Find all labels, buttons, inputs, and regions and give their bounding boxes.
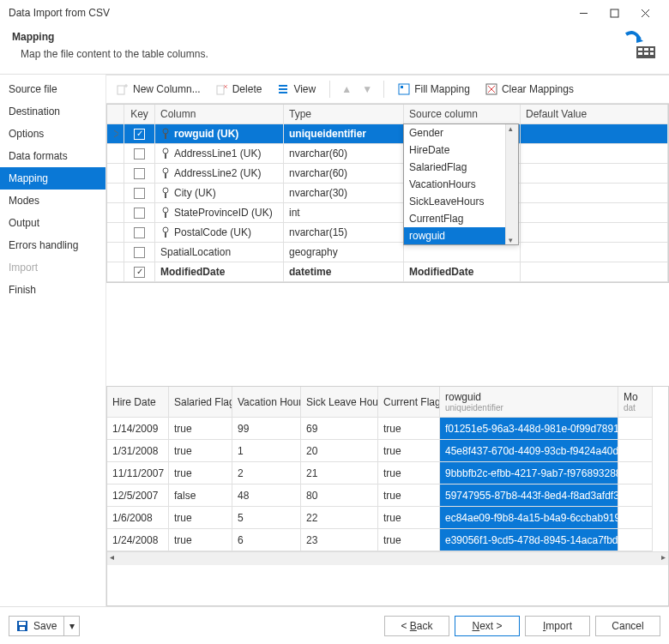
step-title: Mapping	[12, 31, 623, 43]
next-button[interactable]: Next >	[455, 616, 520, 636]
svg-point-31	[163, 188, 168, 193]
svg-point-25	[163, 129, 168, 134]
svg-rect-8	[638, 52, 642, 55]
move-up-button[interactable]: ▲	[339, 81, 354, 97]
dropdown-scrollbar[interactable]	[505, 124, 518, 244]
sidebar-item-finish[interactable]: Finish	[0, 279, 105, 301]
window-title: Data Import from CSV	[9, 7, 568, 19]
step-description: Map the file content to the table column…	[21, 48, 623, 60]
svg-rect-5	[638, 48, 642, 51]
key-checkbox[interactable]	[134, 247, 145, 258]
preview-row[interactable]: 1/14/2009true9969truef01251e5-96a3-448d-…	[107, 418, 668, 440]
mapping-row[interactable]: City (UK)nvarchar(30)	[107, 184, 668, 203]
preview-horizontal-scrollbar[interactable]	[107, 551, 668, 565]
sidebar-item-data-formats[interactable]: Data formats	[0, 145, 105, 167]
svg-rect-11	[118, 86, 124, 94]
mapping-row[interactable]: ModifiedDatedatetimeModifiedDate	[107, 262, 668, 282]
svg-rect-9	[644, 52, 648, 55]
svg-rect-32	[165, 193, 166, 198]
mapping-row[interactable]: StateProvinceID (UK)int	[107, 203, 668, 223]
key-checkbox[interactable]	[134, 148, 145, 159]
svg-point-33	[163, 208, 168, 213]
svg-rect-14	[217, 86, 224, 94]
mapping-row[interactable]: AddressLine1 (UK)nvarchar(60)	[107, 144, 668, 164]
sidebar-item-output[interactable]: Output	[0, 212, 105, 234]
svg-rect-36	[165, 232, 166, 238]
key-checkbox[interactable]	[134, 267, 145, 278]
footer: Save ▾ < Back Next > Import Cancel	[0, 606, 669, 644]
back-button[interactable]: < Back	[384, 616, 449, 636]
sidebar-item-mapping[interactable]: Mapping	[0, 167, 105, 190]
preview-row[interactable]: 1/24/2008true623truee39056f1-9cd5-478d-8…	[107, 529, 668, 551]
preview-row[interactable]: 12/5/2007false4880true59747955-87b8-443f…	[107, 485, 668, 507]
dropdown-option[interactable]: VacationHours	[404, 176, 518, 193]
svg-rect-7	[650, 48, 654, 51]
sidebar-item-options[interactable]: Options	[0, 123, 105, 145]
dropdown-option[interactable]: SickLeaveHours	[404, 193, 518, 210]
svg-rect-34	[165, 213, 166, 218]
view-button[interactable]: View	[272, 81, 321, 98]
preview-row[interactable]: 1/6/2008true522trueec84ae09-f9b8-4a15-b4…	[107, 507, 668, 529]
svg-rect-6	[644, 48, 648, 51]
svg-rect-10	[650, 52, 654, 55]
dropdown-option[interactable]: Gender	[404, 124, 518, 141]
mapping-row[interactable]: SpatialLocationgeography	[107, 243, 668, 262]
svg-rect-20	[399, 84, 409, 94]
new-column-button[interactable]: New Column...	[112, 81, 206, 98]
svg-rect-30	[165, 173, 166, 178]
wizard-steps-sidebar: Source fileDestinationOptionsData format…	[0, 75, 106, 606]
toolbar: New Column... Delete View ▲ ▼ Fill Mappi…	[106, 75, 669, 104]
fill-mapping-button[interactable]: Fill Mapping	[393, 81, 475, 98]
source-column-dropdown[interactable]: GenderHireDateSalariedFlagVacationHoursS…	[403, 123, 519, 245]
dropdown-option[interactable]: rowguid	[404, 227, 518, 244]
svg-point-27	[163, 148, 168, 153]
preview-table[interactable]: Hire DateSalaried FlagVacation HoursSick…	[106, 386, 669, 606]
svg-rect-21	[401, 86, 403, 88]
svg-rect-39	[20, 627, 25, 630]
wizard-header: Mapping Map the file content to the tabl…	[0, 26, 669, 75]
sidebar-item-import: Import	[0, 256, 105, 279]
dropdown-option[interactable]: HireDate	[404, 141, 518, 159]
import-icon	[623, 31, 657, 62]
import-button[interactable]: Import	[525, 616, 590, 636]
cancel-button[interactable]: Cancel	[595, 616, 660, 636]
mapping-row[interactable]: AddressLine2 (UK)nvarchar(60)	[107, 164, 668, 184]
mapping-table[interactable]: KeyColumnTypeSource columnDefault Valuer…	[106, 104, 669, 283]
sidebar-item-modes[interactable]: Modes	[0, 190, 105, 212]
svg-point-35	[163, 227, 168, 232]
key-checkbox[interactable]	[134, 227, 145, 238]
sidebar-item-source-file[interactable]: Source file	[0, 78, 105, 100]
svg-point-29	[163, 168, 168, 173]
clear-mappings-button[interactable]: Clear Mappings	[480, 81, 579, 98]
preview-row[interactable]: 1/31/2008true120true45e8f437-670d-4409-9…	[107, 440, 668, 462]
minimize-button[interactable]	[568, 1, 599, 25]
move-down-button[interactable]: ▼	[359, 81, 375, 97]
sidebar-item-errors-handling[interactable]: Errors handling	[0, 234, 105, 256]
svg-rect-26	[165, 134, 166, 139]
sidebar-item-destination[interactable]: Destination	[0, 100, 105, 123]
close-button[interactable]	[630, 1, 660, 25]
save-dropdown-button[interactable]: ▾	[64, 616, 80, 636]
key-checkbox[interactable]	[134, 188, 145, 199]
delete-column-icon	[216, 83, 228, 95]
key-checkbox[interactable]	[134, 129, 145, 140]
preview-row[interactable]: 11/11/2007true221true9bbbfb2c-efbb-4217-…	[107, 462, 668, 485]
view-icon	[277, 83, 289, 95]
clear-mappings-icon	[485, 83, 497, 95]
dropdown-option[interactable]: SalariedFlag	[404, 159, 518, 176]
title-bar: Data Import from CSV	[0, 0, 669, 26]
svg-rect-1	[611, 9, 618, 17]
maximize-button[interactable]	[599, 1, 630, 25]
save-button[interactable]: Save	[9, 616, 64, 636]
plus-column-icon	[117, 83, 129, 95]
key-checkbox[interactable]	[134, 208, 145, 219]
svg-rect-28	[165, 153, 166, 159]
mapping-row[interactable]: PostalCode (UK)nvarchar(15)	[107, 223, 668, 243]
key-checkbox[interactable]	[134, 168, 145, 179]
save-icon	[16, 620, 28, 632]
delete-button[interactable]: Delete	[211, 81, 268, 98]
fill-mapping-icon	[398, 83, 410, 95]
dropdown-option[interactable]: CurrentFlag	[404, 210, 518, 227]
mapping-row[interactable]: rowguid (UK)uniqueidentifierrowguid▾	[107, 124, 668, 144]
svg-rect-38	[19, 622, 26, 625]
